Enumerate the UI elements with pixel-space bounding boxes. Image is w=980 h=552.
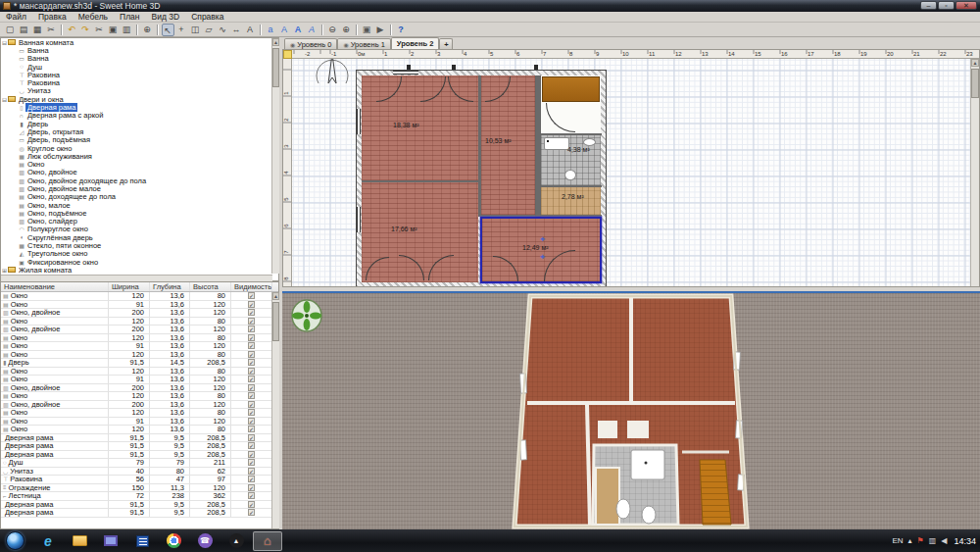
tree-scrollbar[interactable]: ▲ xyxy=(271,38,279,274)
window-2d[interactable] xyxy=(357,109,361,134)
visibility-checkbox[interactable]: ✓ xyxy=(248,318,255,325)
tray-expand-icon[interactable]: ▴ xyxy=(908,536,912,545)
visibility-checkbox[interactable]: ✓ xyxy=(248,368,255,375)
table-row[interactable]: ⌐Лестница72238362✓ xyxy=(1,492,278,501)
room-resize-indicator-icon[interactable]: ✚ xyxy=(540,253,545,260)
sweet-home-3d-taskbar-button[interactable]: ⌂ xyxy=(253,531,282,551)
bold-button[interactable]: A xyxy=(292,24,305,36)
plan-view[interactable]: 18,38 м² 10,53 м² 4,38 м² 2,78 м² 17,66 … xyxy=(282,49,980,287)
copy-button[interactable]: ▣ xyxy=(107,24,120,36)
create-text-button[interactable]: A xyxy=(244,24,257,36)
file-explorer-taskbar-button[interactable] xyxy=(65,531,94,551)
visibility-checkbox[interactable]: ✓ xyxy=(248,459,255,466)
scroll-thumb[interactable] xyxy=(272,48,279,87)
visibility-checkbox[interactable]: ✓ xyxy=(248,376,255,382)
volume-icon[interactable]: ◀ xyxy=(941,536,947,545)
table-row[interactable]: Дверная рама91,59,5208,5✓ xyxy=(1,451,278,460)
visibility-checkbox[interactable]: ✓ xyxy=(248,468,255,475)
visibility-checkbox[interactable]: ✓ xyxy=(248,326,255,332)
table-row[interactable]: ▤Окно12013,680✓ xyxy=(1,392,278,401)
table-row[interactable]: ▤Окно12013,680✓ xyxy=(1,318,278,326)
clock[interactable]: 14:34 xyxy=(954,536,976,546)
column-header-2[interactable]: Глубина xyxy=(150,282,190,291)
cut-button[interactable]: ✂ xyxy=(93,24,106,36)
table-row[interactable]: Дверная рама91,59,5208,5✓ xyxy=(1,442,278,451)
table-row[interactable]: ◌Душ7979211✓ xyxy=(1,459,278,468)
table-row[interactable]: ▤Окно9113,6120✓ xyxy=(1,342,278,351)
internet-explorer-taskbar-button[interactable]: e xyxy=(33,531,63,551)
scroll-thumb[interactable] xyxy=(272,302,279,341)
view-3d[interactable] xyxy=(282,291,980,529)
table-row[interactable]: ▥Окно, двойное20013,6120✓ xyxy=(1,309,278,318)
toilet[interactable] xyxy=(583,138,596,146)
visibility-checkbox[interactable]: ✓ xyxy=(248,484,255,491)
table-row[interactable]: ▤Окно12013,680✓ xyxy=(1,409,278,418)
table-row[interactable]: Дверная рама91,59,5208,5✓ xyxy=(1,501,278,510)
zoom-in-button[interactable]: ⊕ xyxy=(340,24,353,36)
create-dimensions-button[interactable]: ↔ xyxy=(230,24,243,36)
scroll-up-icon[interactable]: ▲ xyxy=(272,292,279,300)
menu-5[interactable]: Справка xyxy=(185,12,229,22)
table-row[interactable]: Дверная рама91,59,5208,5✓ xyxy=(1,509,278,518)
add-level-tab[interactable]: + xyxy=(439,38,453,49)
table-row[interactable]: ▤Окно9113,6120✓ xyxy=(1,301,278,310)
visibility-checkbox[interactable]: ✓ xyxy=(248,492,255,499)
table-row[interactable]: ▥Окно, двойное20013,6120✓ xyxy=(1,384,278,393)
visibility-checkbox[interactable]: ✓ xyxy=(248,342,255,349)
remote-desktop-app-taskbar-button[interactable] xyxy=(96,531,125,551)
tab-level-2[interactable]: Уровень 2 xyxy=(391,37,440,49)
visibility-checkbox[interactable]: ✓ xyxy=(248,418,255,425)
expand-icon[interactable]: ⊞ xyxy=(1,267,8,274)
column-header-0[interactable]: Наименование xyxy=(1,282,109,291)
new-button[interactable]: ▢ xyxy=(4,24,17,36)
window-2d[interactable] xyxy=(357,207,361,232)
house-3d-render[interactable] xyxy=(282,293,980,529)
visibility-checkbox[interactable]: ✓ xyxy=(248,476,255,482)
collapse-icon[interactable]: ⊟ xyxy=(1,96,8,103)
add-furniture-button[interactable]: ⊕ xyxy=(141,24,154,36)
table-row[interactable]: ▥Окно, двойное20013,6120✓ xyxy=(1,401,278,410)
tab-level-0[interactable]: ◉Уровень 0 xyxy=(284,38,337,49)
menu-1[interactable]: Правка xyxy=(32,12,73,22)
decrease-text-size-button[interactable]: a xyxy=(265,24,277,36)
menu-2[interactable]: Мебель xyxy=(73,12,114,22)
paste-button[interactable]: ▥ xyxy=(121,24,133,36)
compass-3d-icon[interactable] xyxy=(290,299,323,332)
visibility-checkbox[interactable]: ✓ xyxy=(248,434,255,441)
visibility-checkbox[interactable]: ✓ xyxy=(248,501,255,508)
preferences-button[interactable]: ✂ xyxy=(45,24,58,36)
visibility-checkbox[interactable]: ✓ xyxy=(248,351,255,358)
table-row[interactable]: ▮Дверь91,514,5208,5✓ xyxy=(1,359,278,368)
increase-text-size-button[interactable]: A xyxy=(278,24,291,36)
table-row[interactable]: ▤Окно9113,6120✓ xyxy=(1,376,278,384)
chrome-taskbar-button[interactable] xyxy=(159,531,188,551)
zoom-out-button[interactable]: ⊖ xyxy=(326,24,339,36)
scroll-up-icon[interactable]: ▲ xyxy=(272,38,279,46)
menu-4[interactable]: Вид 3D xyxy=(146,12,186,22)
create-rooms-button[interactable]: ▱ xyxy=(203,24,216,36)
column-header-1[interactable]: Ширина xyxy=(109,282,150,291)
open-button[interactable]: ▤ xyxy=(18,24,30,36)
table-row[interactable]: ▤Окно12013,680✓ xyxy=(1,368,278,376)
table-row[interactable]: ▥Окно, двойное20013,6120✓ xyxy=(1,326,278,334)
scroll-up-icon[interactable]: ▲ xyxy=(971,59,979,67)
table-row[interactable]: Дверная рама91,59,5208,5✓ xyxy=(1,434,278,443)
visibility-checkbox[interactable]: ✓ xyxy=(248,309,255,316)
window-2d[interactable] xyxy=(393,71,418,75)
menu-0[interactable]: Файл xyxy=(0,12,32,22)
tab-level-1[interactable]: ◉Уровень 1 xyxy=(337,38,390,49)
collapse-icon[interactable]: ⊟ xyxy=(1,39,8,46)
table-row[interactable]: ≡Ограждение15011,3120✓ xyxy=(1,484,278,493)
photo-button[interactable]: ▣ xyxy=(361,24,373,36)
network-icon[interactable]: ▥ xyxy=(929,536,937,545)
unity-taskbar-button[interactable]: ▲ xyxy=(221,531,251,551)
select-button[interactable]: ↖ xyxy=(162,24,174,36)
table-scrollbar[interactable]: ▲ xyxy=(271,292,279,528)
table-row[interactable]: ▤Окно12013,680✓ xyxy=(1,292,278,301)
visibility-checkbox[interactable]: ✓ xyxy=(248,301,255,308)
room-rotate-indicator-icon[interactable]: ✚ xyxy=(540,235,545,242)
bathroom-counter[interactable] xyxy=(544,137,569,150)
tree-item-28[interactable]: ⊞Жилая комната xyxy=(1,266,278,274)
visibility-checkbox[interactable]: ✓ xyxy=(248,442,255,449)
table-row[interactable]: ▤Окно12013,680✓ xyxy=(1,426,278,434)
